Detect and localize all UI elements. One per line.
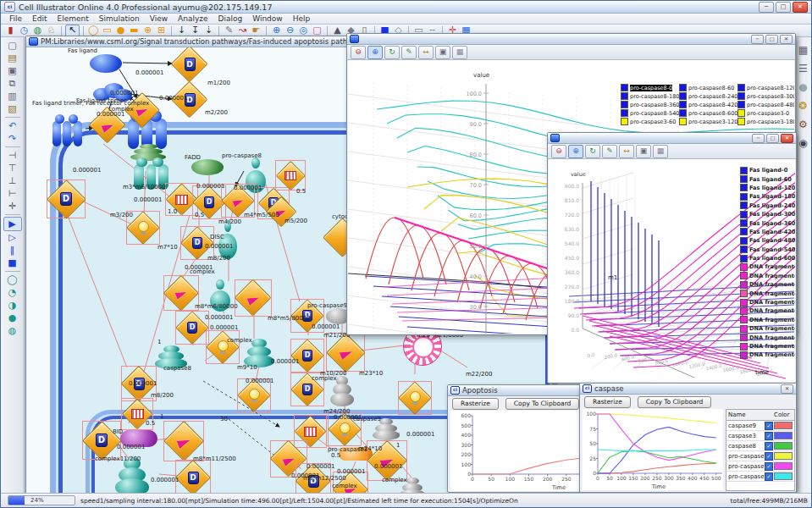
menu-help[interactable]: Help (288, 14, 316, 23)
save-all-icon[interactable]: ⧉ (4, 77, 21, 90)
settings-sliders-icon[interactable]: ☰ (797, 63, 810, 75)
legend-entry[interactable]: DNA fragment-0 (740, 262, 795, 271)
legend-entry[interactable]: DNA fragment-180 (740, 289, 795, 297)
apoptosis-copy-button[interactable]: Copy To Clipboard (505, 398, 580, 410)
grid-button[interactable]: ▦ (452, 46, 467, 59)
shape-ring-icon[interactable]: ◍ (4, 324, 21, 337)
legend-entry[interactable]: DNA fragment-120 (740, 280, 795, 289)
legend-entry[interactable]: pro-caspase8-240 (679, 92, 736, 100)
legend-entry[interactable]: Fas ligand-120 (740, 184, 795, 192)
degradation-node[interactable]: D (178, 313, 207, 342)
sphere-icon[interactable]: ● (797, 81, 810, 93)
rotate-button[interactable]: ↻ (384, 46, 400, 59)
entity-rect-icon[interactable]: ▭ (101, 25, 113, 36)
shape-filled-icon[interactable]: ● (4, 312, 21, 324)
legend-entry[interactable]: pro-caspase8-300 (737, 92, 794, 100)
open-icon[interactable]: ▤ (4, 52, 21, 64)
plot-front-titlebar[interactable]: ─ □ ✕ (347, 34, 795, 45)
series-color-swatch[interactable] (774, 462, 793, 470)
caspase-close-button[interactable]: ✕ (781, 384, 793, 394)
legend-entry[interactable]: Fas ligand-0 (740, 166, 795, 174)
series-visible-checkbox[interactable]: ✓ (765, 452, 773, 461)
legend-entry[interactable]: Fas ligand-300 (740, 210, 795, 218)
plot-back-minimize-button[interactable]: ─ (752, 134, 765, 143)
legend-entry[interactable]: Fas ligand-480 (740, 236, 795, 245)
legend-entry[interactable]: DNA fragment-360 (740, 316, 795, 324)
legend-entry[interactable]: pro-caspase3-0 (737, 109, 794, 117)
minimize-button[interactable]: ─ (759, 2, 774, 13)
legend-entry[interactable]: DNA fragment-420 (740, 324, 795, 333)
plot-back-titlebar[interactable]: ─ □ ✕ (548, 133, 796, 144)
shape-half-icon[interactable]: ◑ (4, 299, 21, 312)
legend-entry[interactable]: pro-caspase8-60 (679, 84, 736, 91)
zoom-in-button[interactable]: ⊕ (367, 46, 383, 59)
series-visible-checkbox[interactable]: ✓ (765, 422, 773, 430)
export-icon[interactable]: ▥ (4, 90, 21, 102)
shape-quarter-icon[interactable]: ◔ (4, 286, 21, 299)
hand-icon[interactable]: ☛ (250, 25, 262, 36)
globe-icon[interactable]: ◍ (31, 25, 44, 36)
move-button[interactable]: ↔ (418, 46, 434, 59)
process-node[interactable]: ► (237, 282, 269, 314)
degradation-node[interactable]: D (178, 462, 208, 493)
reaction-bulb-node[interactable] (240, 381, 268, 410)
folder-icon[interactable]: ▧ (4, 102, 21, 115)
zoom-in-button[interactable]: ⊕ (568, 145, 583, 158)
process-circle-icon[interactable]: ⊕ (141, 25, 154, 36)
process-node[interactable]: ► (329, 335, 362, 369)
legend-entry[interactable]: Fas ligand-60 (740, 174, 795, 183)
series-color-swatch[interactable] (774, 452, 793, 460)
entity-ellipse-node[interactable] (90, 54, 122, 73)
legend-entry[interactable]: DNA fragment-480 (740, 333, 795, 341)
series-visible-checkbox[interactable]: ✓ (765, 432, 773, 440)
production-node[interactable] (278, 163, 303, 188)
connector-bar-icon[interactable]: ↧ (189, 25, 202, 36)
clock-icon[interactable]: ◷ (18, 25, 30, 36)
plot-front-close-button[interactable]: ✕ (780, 35, 793, 44)
save-icon[interactable]: ▣ (4, 64, 21, 77)
entity-circle-icon[interactable]: ◯ (87, 25, 100, 36)
legend-entry[interactable]: DNA fragment-600 (740, 351, 795, 359)
menu-dialog[interactable]: Dialog (213, 14, 248, 23)
undo-icon[interactable]: ↶ (4, 119, 21, 132)
compass-icon[interactable]: ❂ (797, 100, 810, 112)
series-visible-checkbox[interactable]: ✓ (765, 442, 773, 450)
series-color-swatch[interactable] (774, 472, 793, 480)
title-bar[interactable]: ci Cell Illustrator Online 4.0 Professio… (1, 1, 811, 14)
legend-entry[interactable]: pro-caspase3-60 (621, 118, 677, 125)
edit-button[interactable]: ✎ (602, 145, 617, 158)
legend-entry[interactable]: DNA fragment-540 (740, 342, 795, 351)
link-icon[interactable]: ↝ (236, 25, 249, 36)
process-node[interactable]: ► (166, 423, 202, 459)
align-right-icon[interactable]: ⊢ (4, 187, 21, 200)
plot-front-maximize-button[interactable]: □ (765, 35, 778, 44)
pen-icon[interactable]: ✎ (223, 25, 235, 36)
menu-analyze[interactable]: Analyze (173, 14, 213, 23)
apoptosis-rasterize-button[interactable]: Rasterize (452, 398, 499, 410)
legend-entry[interactable]: Fas ligand-420 (740, 228, 795, 236)
plot-front-minimize-button[interactable]: ─ (751, 35, 764, 44)
calculator-icon[interactable]: ▦ (797, 44, 810, 56)
legend-entry[interactable]: Fas ligand-240 (740, 202, 795, 210)
reaction-bulb-node[interactable] (400, 384, 429, 412)
reaction-bulb-node[interactable] (129, 213, 157, 242)
menu-window[interactable]: Window (247, 14, 288, 23)
legend-entry[interactable]: pro-caspase8-420 (679, 101, 736, 108)
series-visible-checkbox[interactable]: ✓ (765, 462, 773, 471)
legend-entry[interactable]: pro-caspase8-600 (679, 109, 736, 117)
redo-icon[interactable]: ↷ (4, 132, 21, 145)
snapshot-button[interactable]: ▣ (636, 145, 651, 158)
menu-element[interactable]: Element (52, 14, 94, 23)
degradation-node[interactable]: D (49, 182, 83, 216)
legend-entry[interactable]: Fas ligand-360 (740, 218, 795, 227)
legend-entry[interactable]: pro-caspase8-0 (621, 84, 677, 91)
magnifier-icon[interactable]: ◎ (297, 25, 310, 36)
maximize-button[interactable]: □ (776, 2, 791, 13)
legend-entry[interactable]: DNA fragment-240 (740, 298, 795, 306)
entity-filled-rect-icon[interactable]: ▬ (128, 25, 141, 36)
legend-entry[interactable]: pro-caspase3-180 (737, 118, 794, 125)
caspase-rasterize-button[interactable]: Rasterize (584, 396, 631, 408)
library-icon[interactable]: ♘ (45, 25, 58, 36)
polygon-icon[interactable]: ▲ (331, 25, 344, 36)
align-bottom-icon[interactable]: ⊥ (4, 174, 21, 187)
